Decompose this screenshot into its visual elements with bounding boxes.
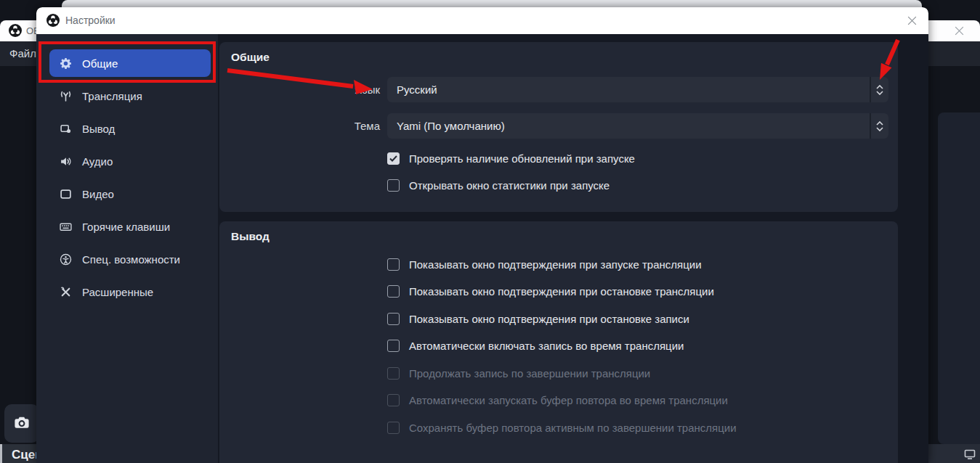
dialog-title: Настройки bbox=[65, 7, 116, 34]
checkbox-confirm-stop-stream[interactable]: Показывать окно подтверждения при остано… bbox=[387, 284, 714, 298]
checkbox-unchecked-icon[interactable] bbox=[387, 340, 400, 352]
settings-sidebar: Общие Трансляция Вывод bbox=[36, 34, 218, 463]
group-title-output: Вывод bbox=[231, 230, 270, 243]
tools-icon bbox=[60, 286, 72, 298]
checkbox-label: Открывать окно статистики при запуске bbox=[409, 179, 610, 192]
checkbox-auto-replay-buffer: Автоматически запускать буфер повтора во… bbox=[387, 393, 728, 406]
sidebar-item-stream[interactable]: Трансляция bbox=[49, 82, 211, 110]
sidebar-item-output[interactable]: Вывод bbox=[49, 115, 211, 142]
main-window-close-icon[interactable] bbox=[953, 25, 965, 37]
checkbox-label: Проверять наличие обновлений при запуске bbox=[409, 152, 635, 165]
sidebar-item-video[interactable]: Видео bbox=[49, 180, 211, 208]
sidebar-item-label: Горячие клавиши bbox=[82, 221, 170, 233]
general-groupbox: Общие Язык Русский Тема Yami (По умолчан… bbox=[219, 42, 898, 212]
main-window-bottom-bar bbox=[928, 444, 980, 463]
language-value: Русский bbox=[387, 77, 870, 102]
checkbox-check-updates[interactable]: Проверять наличие обновлений при запуске bbox=[387, 152, 635, 165]
language-select[interactable]: Русский bbox=[387, 77, 888, 102]
window-edge bbox=[0, 444, 2, 463]
checkbox-keep-recording: Продолжать запись по завершении трансляц… bbox=[387, 366, 650, 380]
checkbox-label: Показывать окно подтверждения при остано… bbox=[409, 285, 714, 298]
accessibility-icon bbox=[60, 253, 72, 266]
output-camera-icon bbox=[60, 123, 72, 135]
screenshot-button[interactable] bbox=[4, 404, 39, 443]
sidebar-item-label: Вывод bbox=[82, 123, 115, 135]
language-label: Язык bbox=[219, 77, 380, 102]
scenes-dock-header: Сцены bbox=[2, 444, 39, 463]
broadcast-icon bbox=[60, 90, 72, 102]
checkbox-unchecked-icon[interactable] bbox=[387, 313, 400, 325]
settings-content: Общие Язык Русский Тема Yami (По умолчан… bbox=[218, 34, 928, 463]
checkbox-disabled-icon bbox=[387, 367, 400, 380]
checkbox-unchecked-icon[interactable] bbox=[387, 285, 400, 298]
menu-file[interactable]: Файл bbox=[9, 41, 36, 66]
checkbox-confirm-start-stream[interactable]: Показывать окно подтверждения при запуск… bbox=[387, 258, 702, 271]
checkbox-confirm-stop-record[interactable]: Показывать окно подтверждения при остано… bbox=[387, 312, 689, 325]
screen: OB Файл Сцены Настройки bbox=[0, 0, 980, 463]
dialog-close-icon[interactable] bbox=[906, 15, 918, 27]
checkbox-unchecked-icon[interactable] bbox=[387, 179, 400, 192]
display-icon bbox=[60, 188, 72, 200]
checkbox-checked-icon[interactable] bbox=[387, 152, 400, 165]
checkbox-disabled-icon bbox=[387, 422, 400, 434]
sidebar-item-label: Расширенные bbox=[82, 286, 153, 298]
sidebar-item-accessibility[interactable]: Спец. возможности bbox=[49, 245, 211, 273]
keyboard-icon bbox=[60, 221, 72, 233]
obs-logo-icon bbox=[46, 14, 60, 30]
theme-value: Yami (По умолчанию) bbox=[387, 113, 870, 139]
spinner-arrows-icon[interactable] bbox=[871, 77, 888, 102]
sidebar-item-label: Спец. возможности bbox=[82, 253, 180, 266]
sidebar-item-label: Видео bbox=[82, 188, 114, 200]
checkbox-label: Показывать окно подтверждения при остано… bbox=[409, 313, 689, 325]
checkbox-unchecked-icon[interactable] bbox=[387, 258, 400, 271]
camera-icon bbox=[13, 414, 31, 434]
group-title-general: Общие bbox=[231, 51, 270, 64]
output-groupbox: Вывод Показывать окно подтверждения при … bbox=[219, 221, 898, 463]
spinner-arrows-icon[interactable] bbox=[871, 113, 888, 139]
checkbox-label: Сохранять буфер повтора активным по заве… bbox=[409, 422, 737, 434]
annotation-rectangle-general bbox=[39, 41, 216, 83]
checkbox-keep-replay-buffer: Сохранять буфер повтора активным по заве… bbox=[387, 421, 737, 434]
obs-logo-icon bbox=[9, 24, 22, 40]
checkbox-label: Показывать окно подтверждения при запуск… bbox=[409, 258, 702, 271]
sidebar-item-hotkeys[interactable]: Горячие клавиши bbox=[49, 213, 211, 240]
checkbox-label: Автоматически запускать буфер повтора во… bbox=[409, 394, 728, 406]
main-window-side-panel bbox=[938, 112, 980, 444]
dialog-titlebar: Настройки bbox=[36, 7, 928, 34]
speaker-icon bbox=[60, 155, 72, 168]
checkbox-disabled-icon bbox=[387, 394, 400, 406]
theme-label: Тема bbox=[219, 113, 380, 139]
checkbox-auto-record[interactable]: Автоматически включать запись во время т… bbox=[387, 339, 684, 352]
sidebar-item-advanced[interactable]: Расширенные bbox=[49, 278, 211, 306]
checkbox-label: Продолжать запись по завершении трансляц… bbox=[409, 367, 650, 380]
checkbox-label: Автоматически включать запись во время т… bbox=[409, 340, 684, 352]
sidebar-item-label: Аудио bbox=[82, 155, 113, 168]
display-status-icon bbox=[964, 448, 976, 463]
sidebar-item-audio[interactable]: Аудио bbox=[49, 147, 211, 175]
checkbox-open-stats[interactable]: Открывать окно статистики при запуске bbox=[387, 179, 610, 192]
sidebar-item-label: Трансляция bbox=[82, 90, 142, 102]
theme-select[interactable]: Yami (По умолчанию) bbox=[387, 113, 888, 139]
dialog-body: Общие Трансляция Вывод bbox=[36, 34, 928, 463]
dialog-top-edge bbox=[62, 0, 922, 7]
